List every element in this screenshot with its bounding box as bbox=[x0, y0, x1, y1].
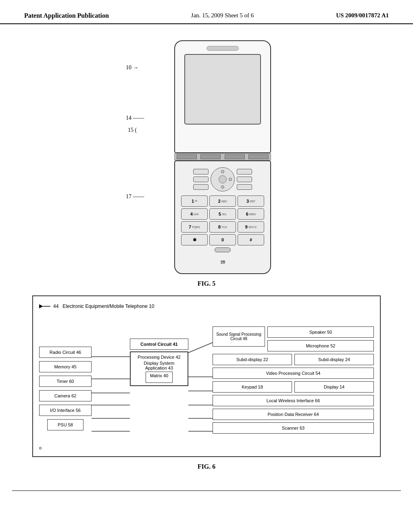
block-timer: Timer 60 bbox=[39, 376, 92, 387]
nav-center bbox=[211, 167, 235, 191]
nav-area bbox=[181, 167, 264, 191]
label-14: 14 —— bbox=[126, 115, 144, 121]
block-display: Display 14 bbox=[294, 381, 374, 393]
d-pad-center bbox=[219, 175, 227, 183]
block-center-grouped: Processing Device 42 Display System Appl… bbox=[130, 351, 188, 386]
label-18-wrapper: ↑ 18 bbox=[181, 259, 264, 265]
block-speaker: Speaker 50 bbox=[267, 326, 374, 338]
fig6-section: 44 Electronic Equipment/Mobile Telephone… bbox=[32, 295, 381, 457]
block-display-system: Display System Application 43 bbox=[134, 361, 184, 370]
fig6-caption: FIG. 6 bbox=[24, 463, 389, 470]
phone-screen bbox=[184, 54, 261, 125]
page-header: Patent Application Publication Jan. 15, … bbox=[0, 0, 413, 24]
key-1[interactable]: 1✉ bbox=[181, 195, 208, 207]
nav-btn-1 bbox=[193, 169, 209, 175]
svg-marker-0 bbox=[39, 304, 43, 308]
phone-hinge bbox=[174, 153, 271, 160]
nav-btn-3 bbox=[193, 184, 209, 190]
left-blocks: Radio Circuit 46 Memory 45 Timer 60 Came… bbox=[39, 347, 92, 430]
speaker-grille bbox=[206, 46, 239, 51]
block-psu: PSU 58 bbox=[47, 419, 83, 430]
header-publication-label: Patent Application Publication bbox=[24, 12, 109, 19]
block-control-circuit: Control Circuit 41 bbox=[130, 339, 188, 350]
nav-left-buttons bbox=[193, 169, 209, 190]
hinge-seg-1 bbox=[177, 154, 197, 159]
d-pad-bottom-dot bbox=[221, 185, 224, 189]
block-matrix: Matrix 40 bbox=[146, 372, 173, 383]
label-15: 15 ( bbox=[128, 127, 137, 133]
block-memory: Memory 45 bbox=[39, 361, 92, 372]
bottom-row bbox=[181, 247, 264, 252]
label-17: 17 —— bbox=[126, 193, 144, 200]
block-camera: Camera 62 bbox=[39, 390, 92, 401]
microphone-hole bbox=[215, 247, 231, 252]
header-date-sheet: Jan. 15, 2009 Sheet 5 of 6 bbox=[191, 12, 254, 19]
hinge-seg-4 bbox=[248, 154, 269, 159]
header-patent-number: US 2009/0017872 A1 bbox=[336, 12, 389, 19]
hinge-seg-2 bbox=[200, 154, 221, 159]
block-keypad: Keypad 18 bbox=[213, 381, 292, 393]
phone-bottom-half: 1✉ 2ABC 3DEF 4GHI 5JKL 6MNO 7PQRS 8TUV 9… bbox=[174, 160, 271, 274]
fig5-section: 10 → 14 —— 15 ( 17 —— bbox=[24, 40, 389, 274]
block-subd22: Subd-display 22 bbox=[213, 354, 292, 365]
block-microphone: Microphone 52 bbox=[267, 340, 374, 351]
key-0[interactable]: 0 bbox=[209, 234, 236, 245]
fig6-bottom-label: o bbox=[39, 445, 374, 450]
block-diagram-container: Radio Circuit 46 Memory 45 Timer 60 Came… bbox=[39, 314, 374, 443]
key-9[interactable]: 9WXYZ bbox=[238, 221, 264, 233]
keypad: 1✉ 2ABC 3DEF 4GHI 5JKL 6MNO 7PQRS 8TUV 9… bbox=[181, 195, 264, 245]
nav-btn-4 bbox=[237, 169, 252, 175]
hinge-seg-3 bbox=[225, 154, 245, 159]
nav-btn-5 bbox=[237, 177, 252, 182]
nav-btn-2 bbox=[193, 177, 209, 182]
speaker-mic-col: Speaker 50 Microphone 52 bbox=[267, 326, 374, 351]
key-star[interactable]: ✱ bbox=[181, 234, 208, 245]
key-7[interactable]: 7PQRS bbox=[181, 221, 208, 233]
nav-right-buttons bbox=[237, 169, 252, 190]
key-8[interactable]: 8TUV bbox=[209, 221, 236, 233]
block-scanner: Scanner 63 bbox=[213, 422, 374, 434]
keypad-display-row: Keypad 18 Display 14 bbox=[213, 381, 374, 393]
block-position-data: Position Data Receiver 64 bbox=[213, 409, 374, 420]
fig5-caption: FIG. 5 bbox=[24, 280, 389, 287]
phone-top-half bbox=[174, 40, 271, 153]
key-3[interactable]: 3DEF bbox=[238, 195, 264, 207]
block-video-processing: Video Processing Circuit 54 bbox=[213, 368, 374, 379]
block-subd24: Subd-display 24 bbox=[294, 354, 374, 365]
block-io-interface: I/O Interface 56 bbox=[39, 405, 92, 416]
fig6-label-44: 44 Electronic Equipment/Mobile Telephone… bbox=[39, 302, 374, 310]
key-hash[interactable]: # bbox=[238, 234, 264, 245]
phone-diagram: 10 → 14 —— 15 ( 17 —— bbox=[166, 40, 279, 274]
svg-line-8 bbox=[188, 343, 213, 353]
d-pad-top-dot bbox=[221, 170, 224, 173]
key-5[interactable]: 5JKL bbox=[209, 208, 236, 220]
nav-btn-6 bbox=[237, 184, 252, 190]
sound-signal-row: Sound Signal Processing Circuit 48 Speak… bbox=[213, 326, 374, 351]
block-processing-device: Processing Device 42 bbox=[134, 355, 184, 360]
page-content: 10 → 14 —— 15 ( 17 —— bbox=[0, 24, 413, 486]
block-local-wireless: Local Wireless Interface 66 bbox=[213, 395, 374, 406]
key-2[interactable]: 2ABC bbox=[209, 195, 236, 207]
d-pad-right-dot bbox=[229, 178, 232, 181]
key-6[interactable]: 6MNO bbox=[238, 208, 264, 220]
right-blocks: Sound Signal Processing Circuit 48 Speak… bbox=[213, 326, 374, 434]
d-pad[interactable] bbox=[211, 167, 235, 191]
fig6-title: Electronic Equipment/Mobile Telephone 10 bbox=[63, 303, 154, 309]
subd-row: Subd-display 22 Subd-display 24 bbox=[213, 354, 374, 365]
page-divider bbox=[12, 490, 401, 491]
center-blocks: Control Circuit 41 Processing Device 42 … bbox=[130, 339, 188, 386]
block-radio-circuit: Radio Circuit 46 bbox=[39, 347, 92, 358]
key-4[interactable]: 4GHI bbox=[181, 208, 208, 220]
label-10: 10 → bbox=[126, 64, 139, 71]
block-sound-signal: Sound Signal Processing Circuit 48 bbox=[213, 326, 265, 347]
